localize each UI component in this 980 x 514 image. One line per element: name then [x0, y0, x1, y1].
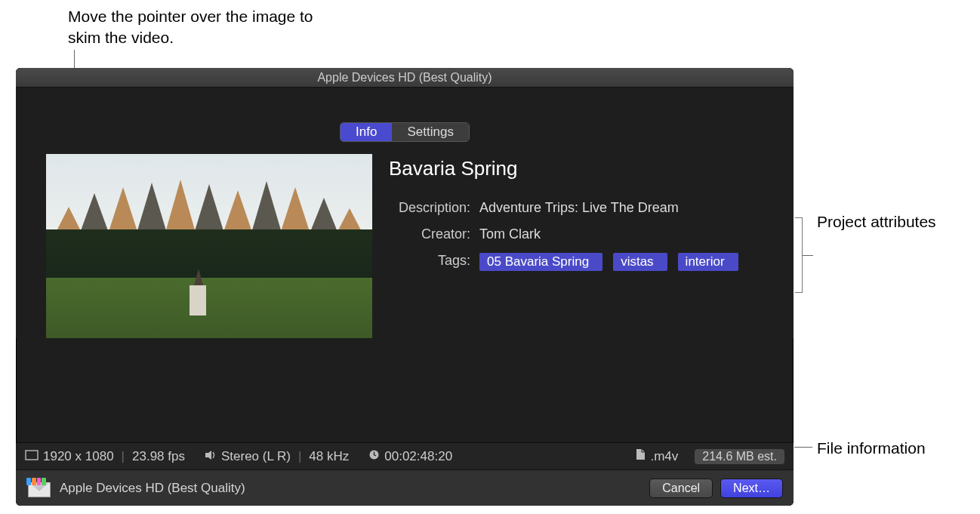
callout-skim-text: Move the pointer over the image to skim …: [68, 8, 313, 46]
label-description: Description:: [389, 200, 479, 216]
export-dialog: Apple Devices HD (Best Quality) Info Set…: [16, 68, 794, 506]
row-tags: Tags: 05 Bavaria Spring vistas interior: [389, 253, 763, 271]
status-duration: 00:02:48:20: [384, 449, 452, 464]
window-title: Apple Devices HD (Best Quality): [317, 71, 492, 84]
value-creator[interactable]: Tom Clark: [479, 226, 763, 242]
destination-icon: [26, 478, 52, 499]
status-bar: 1920 x 1080 | 23.98 fps Stereo (L R) | 4…: [16, 442, 794, 469]
content-area: Info Settings: [16, 88, 794, 338]
bracket-attrs: [795, 217, 803, 293]
label-creator: Creator:: [389, 226, 479, 242]
dialog-footer: Apple Devices HD (Best Quality) Cancel N…: [16, 469, 794, 506]
thumb-church: [190, 285, 206, 315]
body-area: Bavaria Spring Description: Adventure Tr…: [16, 154, 794, 338]
callout-attrs-text: Project attributes: [817, 213, 936, 230]
thumb-meadow: [46, 278, 372, 338]
status-resolution: 1920 x 1080: [43, 449, 114, 464]
callout-fileinfo-text: File information: [817, 439, 926, 457]
value-description[interactable]: Adventure Trips: Live The Dream: [479, 200, 763, 216]
separator: |: [298, 449, 301, 464]
clock-icon: [368, 449, 380, 464]
project-attributes: Bavaria Spring Description: Adventure Tr…: [389, 154, 763, 338]
callout-attrs: Project attributes: [817, 211, 968, 232]
tag-pill-container: 05 Bavaria Spring vistas interior: [479, 253, 763, 271]
tag-pill[interactable]: interior: [678, 253, 738, 271]
row-creator: Creator: Tom Clark: [389, 226, 763, 242]
label-tags: Tags:: [389, 253, 479, 269]
next-button[interactable]: Next…: [720, 479, 783, 498]
cancel-button-label: Cancel: [662, 482, 700, 494]
tab-segment: Info Settings: [340, 122, 470, 142]
next-button-label: Next…: [733, 482, 770, 494]
svg-rect-0: [26, 451, 38, 460]
callout-fileinfo-line: [794, 447, 812, 448]
tab-settings-label: Settings: [407, 125, 453, 139]
status-samplerate: 48 kHz: [309, 449, 349, 464]
window-titlebar: Apple Devices HD (Best Quality): [16, 68, 794, 88]
destination-label: Apple Devices HD (Best Quality): [60, 481, 245, 496]
cancel-button[interactable]: Cancel: [649, 479, 713, 498]
project-title[interactable]: Bavaria Spring: [389, 157, 763, 180]
svg-marker-1: [205, 451, 211, 460]
speaker-icon: [205, 449, 217, 464]
callout-fileinfo: File information: [817, 438, 926, 459]
tag-pill[interactable]: 05 Bavaria Spring: [479, 253, 602, 271]
callout-skim: Move the pointer over the image to skim …: [68, 6, 325, 49]
callout-attrs-line: [803, 255, 813, 256]
status-extension: .m4v: [650, 449, 678, 464]
thumb-steeple: [194, 269, 203, 285]
status-size: 214.6 MB est.: [695, 449, 784, 464]
status-fps: 23.98 fps: [132, 449, 185, 464]
tab-settings[interactable]: Settings: [392, 123, 468, 141]
video-thumbnail[interactable]: [46, 154, 372, 338]
tab-info-label: Info: [356, 125, 377, 139]
value-tags[interactable]: 05 Bavaria Spring vistas interior: [479, 253, 763, 271]
tab-info[interactable]: Info: [341, 123, 392, 141]
row-description: Description: Adventure Trips: Live The D…: [389, 200, 763, 216]
tab-bar: Info Settings: [16, 122, 794, 142]
frame-size-icon: [25, 449, 39, 464]
separator: |: [122, 449, 125, 464]
file-icon: [636, 448, 646, 464]
tag-pill[interactable]: vistas: [613, 253, 667, 271]
status-audio: Stereo (L R): [221, 449, 291, 464]
